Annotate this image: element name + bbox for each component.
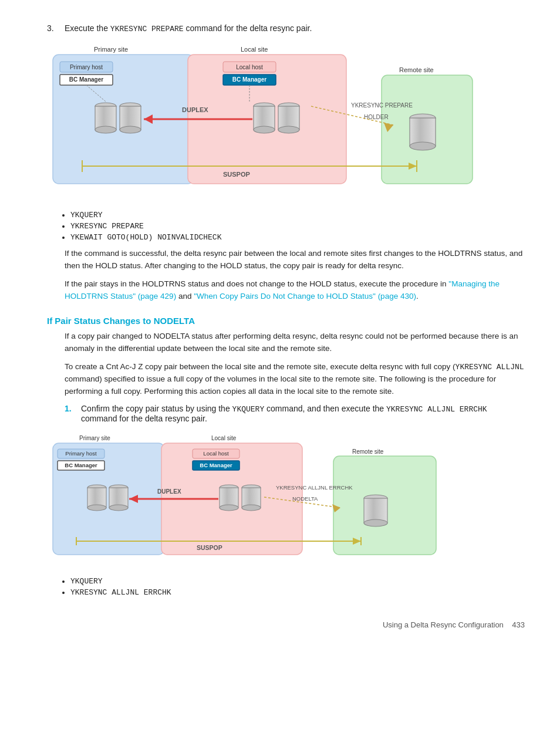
svg-text:Local host: Local host [203,450,229,457]
section-heading-nodelta: If Pair Status Changes to NODELTA [47,316,525,326]
svg-text:Local site: Local site [241,46,268,53]
svg-text:BC Manager: BC Manager [200,462,232,468]
step-1-text2: command, and then execute the [264,404,386,413]
footer-text: Using a Delta Resync Configuration [383,620,504,629]
nodelta-cmd: YKRESYNC ALLJNL [456,363,524,372]
step-3-line: 3. Execute the YKRESYNC PREPARE command … [47,23,525,33]
svg-text:DUPLEX: DUPLEX [182,106,208,113]
bullet-1-ykewait: YKEWAIT GOTO(HOLD) NOINVALIDCHECK [70,233,525,242]
bullet-1-ykquery: YKQUERY [70,211,525,220]
svg-text:BC Manager: BC Manager [65,462,97,468]
step-1-content: Confirm the copy pair status by using th… [81,404,525,423]
step-1-text3: command for the delta resync pair. [81,414,207,423]
step-3-number: 3. [47,23,65,33]
bullet-list-1: YKQUERY YKRESYNC PREPARE YKEWAIT GOTO(HO… [70,211,525,242]
svg-text:Remote site: Remote site [352,448,384,455]
svg-point-22 [254,126,275,133]
svg-text:Primary host: Primary host [70,64,103,70]
svg-text:SUSPOP: SUSPOP [223,171,250,178]
nodelta-para-1: If a copy pair changed to NODELTA status… [65,330,525,355]
svg-text:Primary host: Primary host [65,450,97,457]
svg-text:NODELTA: NODELTA [292,495,318,502]
step-3-text2: command for the delta resync pair. [184,23,312,33]
step-3-command: YKRESYNC PREPARE [110,25,184,33]
para-2: If the pair stays in the HOLDTRNS status… [65,278,525,303]
diagram-2-wrapper: Primary site Local site Remote site Prim… [47,433,525,568]
svg-text:BC Manager: BC Manager [232,76,266,83]
svg-text:Local site: Local site [211,435,237,441]
step-1-cmd1: YKQUERY [232,405,265,414]
svg-point-65 [220,505,238,511]
svg-text:Primary site: Primary site [79,435,110,441]
step-3-text: Execute the [65,23,110,33]
nodelta-para-2a: To create a Cnt Ac-J Z copy pair between… [65,362,456,371]
para-1: If the command is successful, the delta … [65,248,525,272]
para-2-link2[interactable]: "When Copy Pairs Do Not Change to HOLD S… [194,292,416,301]
svg-text:Local host: Local host [236,64,263,70]
svg-text:YKRESYNC PREPARE: YKRESYNC PREPARE [351,102,413,109]
step-3-content: Execute the YKRESYNC PREPARE command for… [65,23,525,33]
para-2-end: . [416,292,419,301]
para-2a: If the pair stays in the HOLDTRNS status… [65,279,448,288]
para-2-and: and [176,292,194,301]
svg-text:DUPLEX: DUPLEX [157,488,181,495]
footer-page: 433 [512,620,525,629]
step-1-number: 1. [65,404,81,423]
svg-point-19 [120,126,141,133]
svg-point-25 [278,126,299,133]
bullet-1-ykresync: YKRESYNC PREPARE [70,222,525,231]
bullet-2-ykquery: YKQUERY [70,577,525,586]
svg-text:Remote site: Remote site [399,66,434,73]
svg-text:SUSPOP: SUSPOP [197,544,222,551]
numbered-step-1: 1. Confirm the copy pair status by using… [65,404,525,423]
svg-point-68 [242,505,261,511]
step-1-text1: Confirm the copy pair status by using th… [81,404,232,413]
bullet-list-2: YKQUERY YKRESYNC ALLJNL ERRCHK [70,577,525,597]
nodelta-para-2: To create a Cnt Ac-J Z copy pair between… [65,361,525,398]
svg-point-59 [87,505,106,511]
page-footer: Using a Delta Resync Configuration 433 [47,620,525,629]
diagram-1-wrapper: Primary site Local site Remote site Prim… [47,43,525,201]
step-1-cmd2: YKRESYNC ALLJNL ERRCHK [386,405,487,414]
svg-point-16 [95,126,116,133]
svg-point-71 [364,519,387,526]
svg-text:YKRESYNC ALLJNL ERRCHK: YKRESYNC ALLJNL ERRCHK [276,484,353,491]
svg-text:BC Manager: BC Manager [69,76,103,83]
diagram-1: Primary site Local site Remote site Prim… [47,43,481,201]
svg-point-28 [410,142,436,150]
svg-point-62 [109,505,128,511]
svg-text:Primary site: Primary site [94,46,128,53]
nodelta-para-2b: command) specified to issue a full copy … [65,374,496,396]
bullet-2-ykresync: YKRESYNC ALLJNL ERRCHK [70,588,525,597]
diagram-2: Primary site Local site Remote site Prim… [47,433,446,568]
